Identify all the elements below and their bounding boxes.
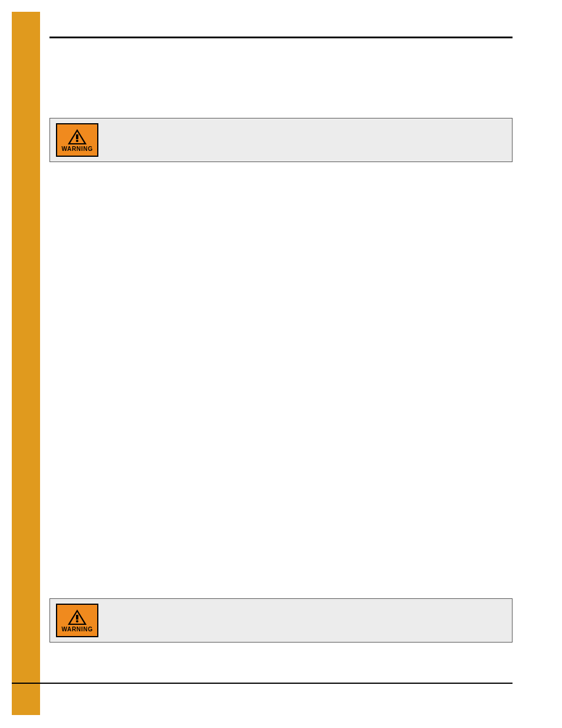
warning-label: WARNING: [61, 626, 92, 633]
top-rule: [49, 37, 513, 38]
svg-point-3: [76, 139, 78, 141]
bottom-rule: [12, 683, 513, 684]
svg-rect-6: [76, 615, 78, 620]
warning-icon: WARNING: [56, 604, 98, 637]
warning-box: WARNING: [49, 598, 513, 643]
warning-label: WARNING: [61, 146, 92, 152]
side-stripe: [12, 12, 40, 715]
warning-icon: WARNING: [56, 123, 98, 157]
bottom-rule-wrap: [12, 683, 513, 684]
svg-rect-2: [76, 134, 78, 139]
warning-box: WARNING: [49, 118, 513, 162]
svg-point-7: [76, 620, 78, 622]
page-content: WARNING WARNING: [40, 12, 513, 699]
